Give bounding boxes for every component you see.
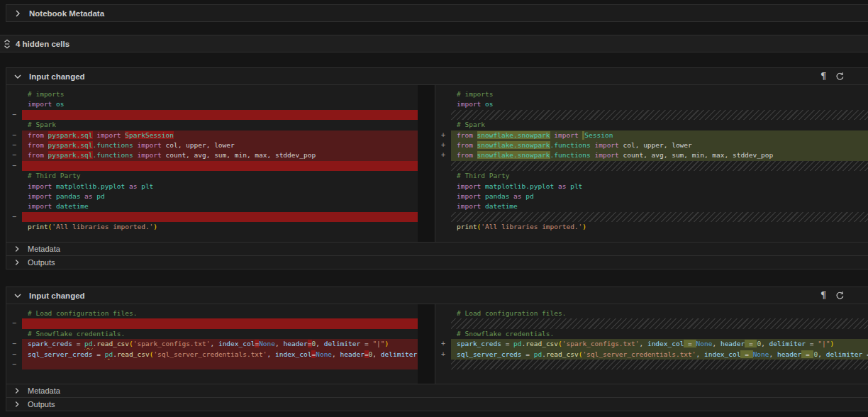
diff-gutter-marker [6, 201, 22, 211]
diff-gutter-marker [435, 99, 451, 109]
diff-gutter-marker [6, 171, 22, 181]
code-token: 'sql_server_credentials.txt' [153, 350, 267, 358]
code-token: , [761, 340, 769, 348]
code-token: spark_creds [457, 340, 501, 348]
code-line: +from snowflake.snowpark import Session [435, 130, 868, 140]
cell-metadata-toggle[interactable]: Metadata [6, 242, 868, 255]
diff-modified-pane[interactable]: # Load configuration files.# Snowflake c… [435, 304, 868, 384]
diff-gutter-marker [6, 222, 22, 232]
notebook-metadata-section[interactable]: Notebook Metadata [6, 4, 868, 22]
code-token: os [56, 100, 64, 108]
hidden-cells-bar[interactable]: 4 hidden cells [0, 35, 868, 52]
diff-gutter-marker: − [6, 110, 22, 120]
code-token: # Third Party [28, 172, 80, 179]
whitespace-toggle-icon[interactable]: ¶ [820, 290, 826, 301]
diff-gutter-marker: − [6, 130, 22, 140]
code-token: plt [141, 182, 153, 190]
code-token: count, avg, sum, min, max, stddev_pop [166, 151, 316, 159]
code-line: # Spark [6, 120, 418, 130]
revert-icon[interactable] [835, 72, 845, 82]
code-token: = [740, 350, 752, 358]
code-token: ) [385, 340, 389, 348]
code-text [22, 318, 418, 328]
diff-gutter-marker [435, 212, 451, 222]
diff-gutter-marker [435, 201, 451, 211]
whitespace-toggle-icon[interactable]: ¶ [820, 71, 826, 82]
code-token: col, upper, lower [623, 141, 692, 149]
cell-status-label: Input changed [29, 291, 85, 300]
code-token: pandas [485, 192, 509, 200]
code-token: matplotlib.pyplot [56, 182, 125, 190]
code-token: # Load configuration files. [457, 309, 566, 317]
code-token: col, upper, lower [166, 141, 235, 149]
code-line: −from pyspark.sql.functions import count… [6, 150, 418, 160]
notebook-cell-diff-1: Input changed ¶ # importsimport os−# Spa… [6, 67, 868, 269]
code-text: # Snowflake credentials. [22, 329, 418, 339]
code-line: # Third Party [435, 171, 868, 181]
cell-diff-header[interactable]: Input changed ¶ [6, 68, 868, 84]
code-token: import [457, 192, 485, 200]
chevron-right-icon [12, 257, 22, 267]
code-text: print('All libraries imported.') [22, 222, 418, 232]
code-text: # Third Party [22, 171, 418, 181]
code-line: # imports [435, 89, 868, 99]
diff-modified-pane[interactable]: # importsimport os# Spark+from snowflake… [435, 85, 868, 242]
code-token: snowflake.snowpark [477, 151, 550, 159]
diff-gutter-marker [435, 171, 451, 181]
code-text [451, 318, 868, 328]
code-token: index_col [275, 350, 311, 358]
code-token: pd [96, 192, 104, 200]
code-token: 'spark_configs.txt' [133, 340, 211, 348]
code-token: from [457, 151, 477, 159]
code-text: # Load configuration files. [451, 308, 868, 318]
code-token: .functions [93, 141, 138, 149]
code-token: from [457, 131, 477, 139]
diff-gutter-marker: + [435, 150, 451, 160]
code-token: import [594, 141, 623, 149]
code-text: from snowflake.snowpark import Session [451, 130, 868, 140]
diff-gutter-marker: + [435, 350, 451, 360]
code-line [435, 360, 868, 369]
code-text: spark_creds = pd.read_csv('spark_configs… [22, 339, 418, 349]
code-token: , [769, 350, 777, 358]
cell-metadata-toggle[interactable]: Metadata [6, 384, 868, 397]
code-token: pd [84, 340, 92, 348]
code-text [22, 110, 418, 120]
code-line: # Load configuration files. [6, 308, 418, 318]
code-line [435, 212, 868, 222]
code-token: None [316, 350, 332, 358]
cell-outputs-toggle[interactable]: Outputs [6, 255, 868, 269]
code-token: , [275, 340, 283, 348]
code-line: import matplotlib.pyplot as plt [435, 182, 868, 191]
code-token: = [801, 350, 813, 358]
code-line: −from pyspark.sql.functions import col, … [6, 140, 418, 150]
code-text: # Load configuration files. [22, 308, 418, 318]
code-text [451, 360, 868, 369]
chevron-right-icon [12, 386, 22, 396]
diff-gutter-marker [6, 120, 22, 130]
code-text [451, 212, 868, 222]
code-token: , [210, 340, 218, 348]
notebook-cell-diff-2: Input changed ¶ # Load configuration fil… [6, 287, 868, 411]
code-token: datetime [485, 202, 518, 210]
code-text: import datetime [22, 201, 418, 211]
code-token: datetime [56, 202, 89, 210]
code-text: from snowflake.snowpark.functions import… [451, 150, 868, 160]
code-token: "|" [818, 340, 830, 348]
revert-icon[interactable] [835, 291, 845, 301]
code-token: # Spark [28, 121, 56, 128]
code-text: import os [451, 99, 868, 109]
diff-gutter-marker [6, 329, 22, 339]
diff-original-pane[interactable]: # Load configuration files.−# Snowflake … [6, 304, 418, 384]
code-line: +sql_server_creds = pd.read_csv('sql_ser… [435, 350, 868, 360]
diff-original-pane[interactable]: # importsimport os−# Spark−from pyspark.… [6, 85, 418, 242]
cell-diff-header[interactable]: Input changed ¶ [6, 287, 868, 304]
metadata-label: Metadata [28, 245, 60, 253]
code-line: +from snowflake.snowpark.functions impor… [435, 140, 868, 150]
notebook-metadata-label: Notebook Metadata [29, 9, 104, 18]
code-text: import pandas as pd [451, 191, 868, 201]
cell-outputs-toggle[interactable]: Outputs [6, 397, 868, 411]
code-line [435, 110, 868, 120]
code-line: − [6, 161, 418, 171]
code-token: # Snowflake credentials. [28, 330, 125, 338]
